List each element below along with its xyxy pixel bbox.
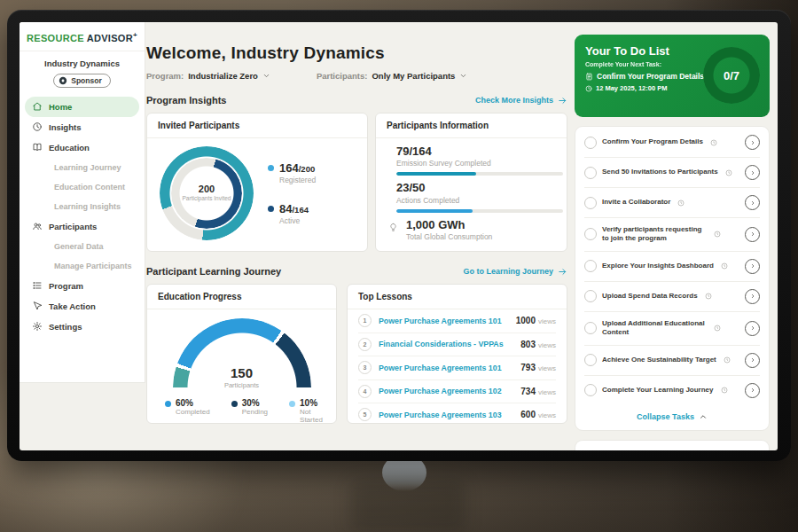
education-progress-title: Education Progress [147,285,336,309]
todo-summary-card: Your To Do List Complete Your Next Task:… [575,35,770,117]
task-open-button[interactable] [745,321,760,336]
sidebar-item-home[interactable]: Home [25,97,139,117]
task-open-button[interactable] [745,259,760,274]
task-checkbox[interactable] [584,260,597,272]
task-row[interactable]: Invite a Collaborator [584,188,760,218]
sidebar-item-participants[interactable]: Participants [25,216,139,237]
collapse-tasks-link[interactable]: Collapse Tasks [584,405,760,426]
invited-total-value: 200 [182,184,231,194]
task-row[interactable]: Upload Additional Educational Content [584,312,760,346]
sidebar-item-learning-journey[interactable]: Learning Journey [25,158,139,177]
sidebar-item-manage-participants[interactable]: Manage Participants [25,256,139,276]
lesson-row[interactable]: 3 Power Purchase Agreements 101 793views [358,356,556,380]
task-label: Invite a Collaborator [602,198,670,207]
sidebar-item-label: Insights [49,122,81,132]
gauge-value: 150 [173,365,311,380]
chevron-right-icon [749,169,756,176]
task-row[interactable]: Achieve One Sustainability Target [584,346,760,376]
task-checkbox[interactable] [584,322,597,334]
lesson-link[interactable]: Power Purchase Agreements 102 [379,387,513,395]
stat-global-consumption: 1,000 GWh Total Global Consumption [388,219,554,241]
lesson-rank: 1 [358,314,372,327]
sponsor-icon [59,76,67,85]
legend-active: 84/164 Active [268,202,316,225]
organization-name: Industry Dynamics [20,59,145,68]
actions-progress-bar [396,209,563,213]
todo-progress-ring: 0/7 [703,47,760,104]
clock-icon [725,169,732,176]
task-open-button[interactable] [745,195,760,210]
lesson-rank: 5 [358,408,372,421]
task-open-button[interactable] [745,227,760,242]
chevron-right-icon [749,356,756,364]
filters-row: Program: Industrialize Zero Participants… [146,71,567,81]
sidebar-item-insights[interactable]: Insights [25,117,139,137]
photo-scene: RESOURCE ADVISOR+ Industry Dynamics Spon… [0,0,798,532]
clock-icon [705,293,712,300]
task-open-button[interactable] [745,165,760,180]
task-row[interactable]: Send 50 Invitations to Participants [584,158,760,188]
legend-dot [268,165,274,171]
clock-icon [585,85,592,92]
lesson-row[interactable]: 2 Financial Considerations - VPPAs 803vi… [358,333,556,357]
lesson-link[interactable]: Power Purchase Agreements 101 [379,317,509,325]
task-checkbox[interactable] [584,228,597,240]
lesson-row[interactable]: 1 Power Purchase Agreements 101 1000view… [358,309,556,333]
insights-icon [32,121,43,132]
task-open-button[interactable] [745,353,760,368]
lesson-link[interactable]: Power Purchase Agreements 103 [379,411,513,419]
sidebar-item-general-data[interactable]: General Data [25,237,139,256]
task-checkbox[interactable] [584,384,597,396]
task-row[interactable]: Confirm Your Program Details [584,128,760,158]
task-checkbox[interactable] [584,354,597,366]
sidebar-item-take-action[interactable]: Take Action [25,296,139,317]
stat-emission-survey: 79/164 Emission Survey Completed [388,145,554,176]
participants-icon [32,221,43,231]
arrow-right-icon [558,267,567,277]
chevron-down-icon [262,72,270,80]
task-open-button[interactable] [745,289,760,304]
task-open-button[interactable] [745,135,760,150]
lesson-rank: 4 [358,385,372,398]
sidebar: RESOURCE ADVISOR+ Industry Dynamics Spon… [20,22,145,383]
task-row[interactable]: Upload Spend Data Records [584,282,760,312]
program-filter[interactable]: Program: Industrialize Zero [146,71,270,81]
emission-progress-bar [396,172,563,176]
lesson-row[interactable]: 4 Power Purchase Agreements 102 734views [358,380,556,404]
task-open-button[interactable] [745,383,760,398]
monitor-bezel: RESOURCE ADVISOR+ Industry Dynamics Spon… [7,10,791,461]
lesson-link[interactable]: Financial Considerations - VPPAs [379,340,513,348]
lesson-row[interactable]: 5 Power Purchase Agreements 103 600views [358,403,556,424]
gauge-legend: 60% Completed 30% Pending [156,398,327,424]
sidebar-nav: Home Insights Education Learning Journey… [20,97,145,337]
sidebar-item-education-content[interactable]: Education Content [25,177,139,197]
task-checkbox[interactable] [584,290,597,302]
task-checkbox[interactable] [584,197,597,209]
take-action-icon [32,301,43,311]
check-more-insights-link[interactable]: Check More Insights [475,96,567,106]
program-filter-value: Industrialize Zero [188,71,258,81]
invited-participants-donut-chart: 200 Participants Invited [160,146,254,240]
sidebar-item-settings[interactable]: Settings [25,317,139,337]
sidebar-item-program[interactable]: Program [25,276,139,296]
task-list-card: Confirm Your Program Details Send 50 Inv… [575,126,770,431]
clock-icon [724,356,731,364]
task-row[interactable]: Explore Your Insights Dashboard [584,252,760,282]
participants-filter-value: Only My Participants [372,71,455,81]
chevron-right-icon [749,325,756,332]
clock-icon [714,231,721,238]
participants-filter[interactable]: Participants: Only My Participants [317,71,468,81]
settings-icon [32,321,43,332]
lesson-link[interactable]: Power Purchase Agreements 101 [379,364,513,372]
task-row[interactable]: Verify participants requesting to join t… [584,218,760,252]
clock-icon [710,139,717,146]
legend-dot [231,401,238,407]
go-to-learning-journey-link[interactable]: Go to Learning Journey [463,267,567,277]
sidebar-item-education[interactable]: Education [25,137,139,158]
invited-total-label: Participants Invited [182,195,231,202]
sidebar-item-learning-insights[interactable]: Learning Insights [25,197,139,216]
task-checkbox[interactable] [584,167,597,179]
recent-news-title: Recent News [575,441,769,450]
task-checkbox[interactable] [584,137,597,149]
task-row[interactable]: Complete Your Learning Journey [584,376,760,405]
